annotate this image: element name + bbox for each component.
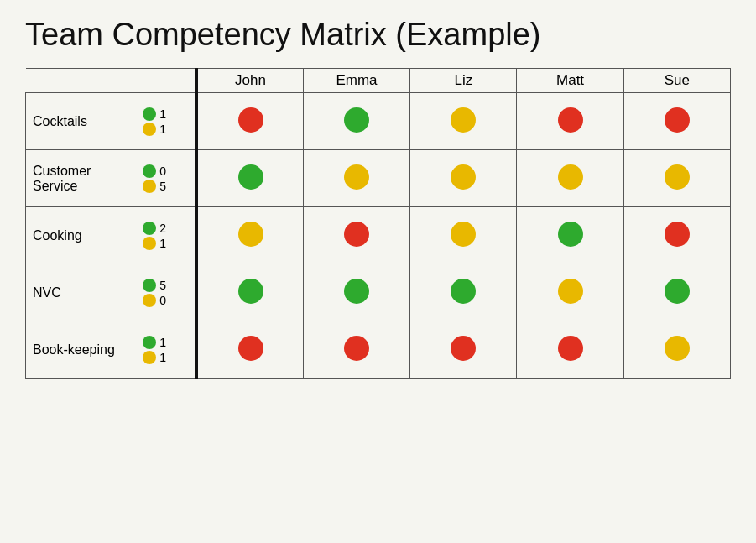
- green-dot: [665, 279, 690, 304]
- competency-table: JohnEmmaLizMattSue Cocktails 1 1 Custome…: [25, 68, 731, 379]
- skill-name-3: NVC: [26, 264, 138, 321]
- cell-4-0: [196, 321, 303, 379]
- yellow-dot: [451, 222, 476, 247]
- yellow-dot: [451, 107, 476, 133]
- cell-3-0: [196, 264, 303, 321]
- cell-3-1: [303, 264, 409, 321]
- red-dot: [344, 336, 369, 361]
- cell-4-2: [410, 321, 517, 379]
- cell-4-1: [303, 321, 409, 379]
- skill-column-header: [26, 69, 138, 93]
- cell-3-4: [623, 264, 730, 321]
- header-row: JohnEmmaLizMattSue: [26, 69, 731, 93]
- yellow-dot: [558, 279, 583, 304]
- cell-1-2: [410, 150, 517, 207]
- cell-4-4: [623, 321, 730, 379]
- yellow-dot: [451, 164, 476, 190]
- person-header-liz: Liz: [410, 69, 517, 93]
- cell-3-3: [517, 264, 623, 321]
- cell-0-0: [196, 93, 303, 150]
- red-dot: [344, 222, 369, 247]
- red-dot: [238, 336, 263, 361]
- cell-1-1: [303, 150, 409, 207]
- green-dot: [238, 279, 263, 304]
- person-header-matt: Matt: [517, 69, 623, 93]
- table-row: Cocktails 1 1: [26, 93, 731, 150]
- red-dot: [665, 107, 690, 133]
- skill-name-2: Cooking: [26, 207, 138, 264]
- cell-2-1: [303, 207, 409, 264]
- counts-column-header: [138, 69, 196, 93]
- cell-2-0: [196, 207, 303, 264]
- red-dot: [665, 222, 690, 247]
- skill-counts-4: 1 1: [138, 321, 196, 379]
- cell-2-4: [623, 207, 730, 264]
- page-title: Team Competency Matrix (Example): [25, 17, 541, 53]
- cell-1-3: [517, 150, 623, 207]
- red-dot: [451, 336, 476, 361]
- green-dot: [344, 279, 369, 304]
- green-dot: [451, 279, 476, 304]
- cell-2-3: [517, 207, 623, 264]
- table-row: Book-keeping 1 1: [26, 321, 731, 379]
- cell-0-3: [517, 93, 623, 150]
- skill-counts-2: 2 1: [138, 207, 196, 264]
- person-header-emma: Emma: [303, 69, 409, 93]
- green-dot: [238, 164, 263, 190]
- cell-0-1: [303, 93, 409, 150]
- table-row: NVC 5 0: [26, 264, 731, 321]
- cell-0-2: [410, 93, 517, 150]
- cell-1-4: [623, 150, 730, 207]
- cell-0-4: [623, 93, 730, 150]
- yellow-dot: [344, 164, 369, 190]
- cell-3-2: [410, 264, 517, 321]
- skill-counts-0: 1 1: [138, 93, 196, 150]
- red-dot: [558, 336, 583, 361]
- skill-name-4: Book-keeping: [26, 321, 138, 379]
- cell-2-2: [410, 207, 517, 264]
- yellow-dot: [558, 164, 583, 190]
- person-header-sue: Sue: [623, 69, 730, 93]
- cell-4-3: [517, 321, 623, 379]
- yellow-dot: [665, 336, 690, 361]
- cell-1-0: [196, 150, 303, 207]
- matrix-container: JohnEmmaLizMattSue Cocktails 1 1 Custome…: [25, 68, 731, 379]
- skill-counts-1: 0 5: [138, 150, 196, 207]
- green-dot: [558, 222, 583, 247]
- skill-name-0: Cocktails: [26, 93, 138, 150]
- yellow-dot: [665, 164, 690, 190]
- skill-name-1: Customer Service: [26, 150, 138, 207]
- person-header-john: John: [196, 69, 303, 93]
- red-dot: [558, 107, 583, 133]
- skill-counts-3: 5 0: [138, 264, 196, 321]
- table-row: Customer Service 0 5: [26, 150, 731, 207]
- yellow-dot: [238, 222, 263, 247]
- green-dot: [344, 107, 369, 133]
- red-dot: [238, 107, 263, 133]
- table-row: Cooking 2 1: [26, 207, 731, 264]
